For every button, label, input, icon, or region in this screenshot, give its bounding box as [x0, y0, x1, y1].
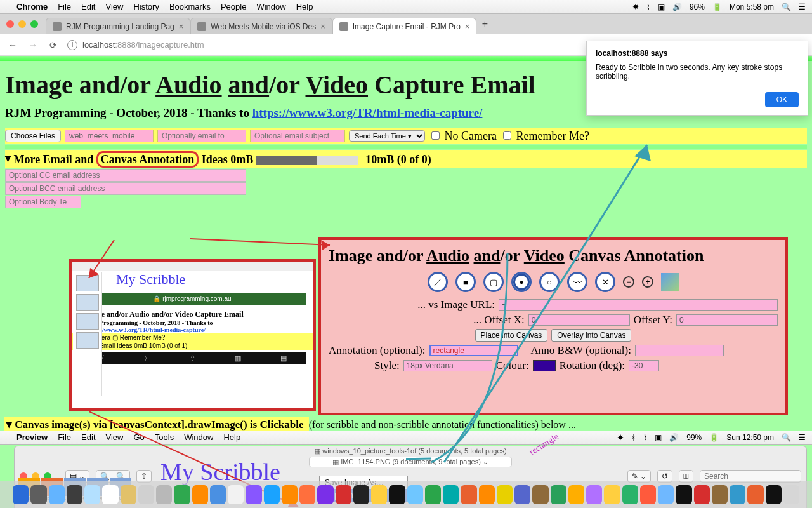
dock-app-icon[interactable]	[210, 485, 226, 504]
tab-close-icon[interactable]: ×	[179, 22, 184, 31]
clock-text[interactable]: Mon 5:58 pm	[730, 3, 774, 11]
menubar-app[interactable]: Chrome	[16, 2, 48, 11]
markup-button[interactable]: ✎⃝	[679, 470, 693, 483]
heading-and-link[interactable]: and	[228, 70, 270, 99]
menu-people[interactable]: People	[221, 2, 246, 11]
menubar-app[interactable]: Preview	[16, 432, 48, 442]
menu-help[interactable]: Help	[223, 432, 240, 442]
dock-app-icon[interactable]	[694, 485, 710, 504]
dock-app-icon[interactable]	[407, 485, 423, 504]
window-minimize-button[interactable]	[18, 20, 26, 28]
place-into-canvas-button[interactable]: Place into Canvas	[475, 329, 548, 342]
tab-close-icon[interactable]: ×	[465, 22, 470, 31]
menu-help[interactable]: Help	[296, 2, 313, 11]
disclosure-triangle-icon[interactable]: ▾	[5, 151, 11, 165]
tool-clear-icon[interactable]: ✕	[595, 272, 615, 292]
dock-app-icon[interactable]	[443, 485, 459, 504]
dock-app-icon[interactable]	[514, 485, 530, 504]
nav-reload-button[interactable]: ⟳	[47, 40, 60, 50]
avast-icon[interactable]: ✸	[617, 433, 624, 442]
no-camera-cb[interactable]	[431, 131, 440, 140]
email-subject-field[interactable]	[250, 130, 345, 142]
alert-ok-button[interactable]: OK	[765, 92, 799, 107]
w3-spec-link[interactable]: https://www.w3.org/TR/html-media-capture…	[252, 106, 483, 119]
overlay-into-canvas-button[interactable]: Overlay into Canvas	[551, 329, 631, 342]
menu-go[interactable]: Go	[133, 432, 144, 442]
bluetooth-icon[interactable]: ᚼ	[631, 433, 636, 442]
dock-app-icon[interactable]	[102, 485, 118, 504]
dock-app-icon[interactable]	[676, 485, 691, 504]
dock-app-icon[interactable]	[551, 485, 566, 504]
tool-fillrect-icon[interactable]: ■	[455, 272, 476, 292]
bcc-field[interactable]	[5, 182, 246, 195]
remember-me-checkbox[interactable]: Remember Me?	[501, 130, 589, 143]
airplay-icon[interactable]: ▣	[655, 433, 662, 442]
dock-app-icon[interactable]	[371, 485, 387, 504]
spotlight-icon[interactable]: 🔍	[782, 433, 791, 442]
no-camera-checkbox[interactable]: No Camera	[429, 130, 497, 143]
canvas-toggle[interactable]: ▾ Canvas image(s) via [canvasContext].dr…	[4, 417, 309, 432]
ann-audio-link[interactable]: Audio	[426, 246, 469, 265]
tab-web-meets-mobile[interactable]: Web Meets Mobile via iOS Des×	[190, 18, 332, 34]
tool-fillcircle-icon[interactable]: ●	[511, 272, 532, 292]
menu-history[interactable]: History	[133, 2, 159, 11]
menu-window[interactable]: Window	[256, 2, 285, 11]
dock-app-icon[interactable]	[747, 485, 763, 504]
body-field[interactable]	[5, 196, 81, 208]
menu-tools[interactable]: Tools	[155, 432, 174, 442]
wifi-icon[interactable]: ⌇	[646, 3, 650, 11]
style-field[interactable]	[403, 360, 492, 371]
cc-field[interactable]	[5, 169, 246, 182]
offset-x-field[interactable]	[528, 314, 630, 326]
volume-icon[interactable]: 🔊	[669, 433, 679, 442]
nav-back-button[interactable]: ←	[6, 40, 19, 50]
dock-app-icon[interactable]	[532, 485, 548, 504]
dock-app-icon[interactable]	[299, 485, 315, 504]
menu-window[interactable]: Window	[184, 432, 213, 442]
dock-app-icon[interactable]	[568, 485, 584, 504]
dock-app-icon[interactable]	[497, 485, 513, 504]
dock-app-icon[interactable]	[67, 485, 82, 504]
menu-view[interactable]: View	[105, 2, 123, 11]
dock-app-icon[interactable]	[49, 485, 65, 504]
dock-app-icon[interactable]	[282, 485, 298, 504]
ann-video-link[interactable]: Video	[524, 246, 565, 265]
nav-forward-button[interactable]: →	[27, 40, 39, 50]
dock-app-icon[interactable]	[121, 485, 136, 504]
capture-thumbnail[interactable]: My Scribble 🔒 rjmprogramming.com.au Imag…	[69, 259, 316, 411]
zoom-out-button[interactable]: −	[623, 276, 634, 288]
menu-bookmarks[interactable]: Bookmarks	[169, 2, 211, 11]
colour-swatch[interactable]	[533, 360, 556, 371]
dock-app-icon[interactable]	[336, 485, 351, 504]
choose-files-button[interactable]: Choose Files	[5, 130, 61, 142]
tool-line-icon[interactable]: ／	[428, 272, 448, 292]
rotate-button[interactable]: ↺	[657, 470, 672, 483]
menu-edit[interactable]: Edit	[81, 432, 95, 442]
tab-image-capture[interactable]: Image Capture Email - RJM Pro×	[332, 18, 477, 34]
dock-app-icon[interactable]	[658, 485, 674, 504]
clock-text[interactable]: Sun 12:50 pm	[726, 433, 774, 442]
dock-app-icon[interactable]	[228, 485, 244, 504]
spotlight-icon[interactable]: 🔍	[782, 3, 791, 11]
dock-app-icon[interactable]	[138, 485, 154, 504]
dock-app-icon[interactable]	[425, 485, 441, 504]
dock-app-icon[interactable]	[389, 485, 405, 504]
dock-app-icon[interactable]	[174, 485, 190, 504]
fill-image-swatch[interactable]	[661, 273, 679, 291]
dock-app-icon[interactable]	[730, 485, 745, 504]
preview-title-1[interactable]: ▦ windows_10_picture_tools-1of (5 docume…	[15, 446, 806, 456]
tab-close-icon[interactable]: ×	[320, 22, 325, 31]
tab-rjm-landing[interactable]: RJM Programming Landing Pag×	[46, 18, 190, 34]
menu-file[interactable]: File	[58, 2, 71, 11]
dock-app-icon[interactable]	[640, 485, 656, 504]
dock-app-icon[interactable]	[264, 485, 280, 504]
heading-audio-link[interactable]: Audio	[155, 70, 222, 99]
dock-app-icon[interactable]	[156, 485, 172, 504]
menu-view[interactable]: View	[106, 432, 124, 442]
zoom-in-button[interactable]: +	[642, 276, 653, 288]
remember-me-cb[interactable]	[503, 131, 511, 140]
menu-extras-icon[interactable]: ☰	[799, 3, 806, 11]
dock-app-icon[interactable]	[192, 485, 208, 504]
dock-app-icon[interactable]	[13, 485, 29, 504]
highlight-button[interactable]: ✎ ⌄	[627, 470, 651, 483]
